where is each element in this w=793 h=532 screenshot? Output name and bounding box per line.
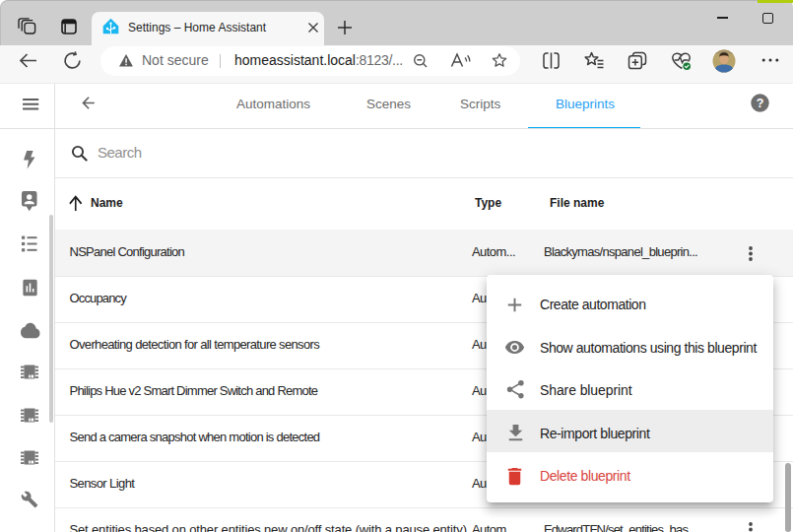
svg-text:?: ? (757, 97, 764, 110)
